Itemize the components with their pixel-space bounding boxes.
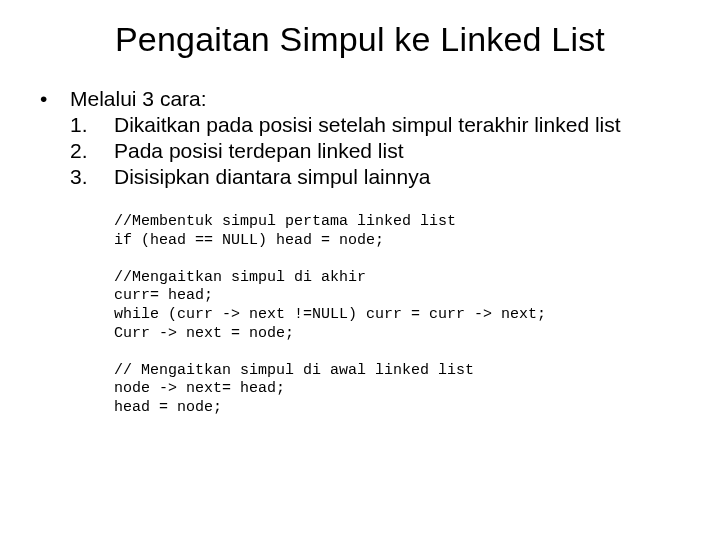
list-item: 3. Disisipkan diantara simpul lainnya bbox=[40, 165, 688, 189]
slide-title: Pengaitan Simpul ke Linked List bbox=[32, 20, 688, 59]
list-num: 1. bbox=[70, 113, 114, 137]
content-area: • Melalui 3 cara: 1. Dikaitkan pada posi… bbox=[32, 87, 688, 418]
list-text: Dikaitkan pada posisi setelah simpul ter… bbox=[114, 113, 621, 137]
bullet-text: Melalui 3 cara: bbox=[70, 87, 207, 111]
code-block: //Mengaitkan simpul di akhir curr= head;… bbox=[114, 269, 688, 344]
list-item: 2. Pada posisi terdepan linked list bbox=[40, 139, 688, 163]
list-num: 3. bbox=[70, 165, 114, 189]
code-block: //Membentuk simpul pertama linked list i… bbox=[114, 213, 688, 251]
code-block: // Mengaitkan simpul di awal linked list… bbox=[114, 362, 688, 418]
list-text: Pada posisi terdepan linked list bbox=[114, 139, 404, 163]
list-num: 2. bbox=[70, 139, 114, 163]
code-section: //Membentuk simpul pertama linked list i… bbox=[40, 213, 688, 418]
bullet-mark: • bbox=[40, 87, 70, 111]
list-text: Disisipkan diantara simpul lainnya bbox=[114, 165, 430, 189]
bullet-line: • Melalui 3 cara: bbox=[40, 87, 688, 111]
list-item: 1. Dikaitkan pada posisi setelah simpul … bbox=[40, 113, 688, 137]
